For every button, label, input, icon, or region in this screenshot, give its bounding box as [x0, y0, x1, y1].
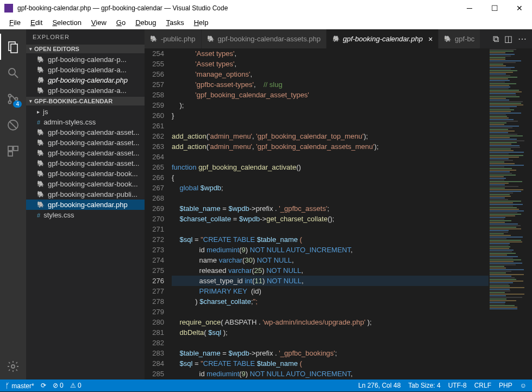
svg-point-4: [9, 95, 11, 97]
code-area[interactable]: 2542552562572582592602612622632642652662…: [145, 48, 532, 379]
tree-item[interactable]: #admin-styles.css: [26, 117, 145, 127]
maximize-button[interactable]: ☐: [482, 0, 507, 16]
svg-rect-10: [14, 146, 18, 151]
titlebar: gpf-booking-calendar.php — gpf-booking-c…: [0, 0, 532, 16]
php-icon: 🐘: [37, 160, 45, 167]
editor-tab[interactable]: 🐘gpf-booking-calendar.php×: [327, 29, 439, 48]
menu-edit[interactable]: Edit: [26, 18, 47, 27]
tree-item[interactable]: 🐘gpf-booking-calendar-asset...: [26, 138, 145, 148]
tree-item[interactable]: #styles.css: [26, 210, 145, 220]
menu-help[interactable]: Help: [189, 18, 214, 27]
status-sync[interactable]: ⟳: [41, 382, 46, 389]
more-icon[interactable]: ⋯: [518, 34, 527, 44]
close-button[interactable]: ✕: [507, 0, 532, 16]
editor-tab[interactable]: 🐘gpf-bc: [439, 29, 480, 48]
tree-item[interactable]: 🐘gpf-booking-calendar-p...: [26, 54, 145, 65]
scm-badge: 4: [13, 101, 22, 108]
menu-tasks[interactable]: Tasks: [161, 18, 189, 27]
activity-search[interactable]: [0, 60, 26, 86]
line-gutter: 2542552562572582592602612622632642652662…: [145, 48, 172, 379]
tree-item[interactable]: 🐘gpf-booking-calendar.php: [26, 75, 145, 85]
minimize-button[interactable]: ─: [457, 0, 482, 16]
php-icon: 🐘: [37, 150, 45, 157]
tree-item[interactable]: 🐘gpf-booking-calendar-asset...: [26, 127, 145, 138]
tree-item-label: gpf-booking-calendar-p...: [48, 55, 127, 64]
tab-label: gpf-booking-calendar.php: [343, 35, 423, 43]
tree-item-label: gpf-booking-calendar-a...: [48, 86, 127, 95]
activity-explorer[interactable]: [0, 34, 26, 60]
editor-tabs: 🐘-public.php🐘gpf-booking-calendar-assets…: [145, 29, 532, 48]
tree-item[interactable]: 🐘gpf-booking-calendar-asset...: [26, 148, 145, 158]
php-icon: 🐘: [37, 139, 45, 146]
menu-go[interactable]: Go: [111, 18, 130, 27]
activity-scm[interactable]: 4: [0, 86, 26, 112]
php-icon: 🐘: [37, 201, 45, 208]
window-title: gpf-booking-calendar.php — gpf-booking-c…: [17, 4, 457, 12]
menu-view[interactable]: View: [86, 18, 111, 27]
svg-line-8: [10, 122, 16, 128]
php-icon: 🐘: [37, 77, 45, 84]
menu-file[interactable]: File: [4, 18, 26, 27]
tree-item[interactable]: 🐘gpf-booking-calendar-a...: [26, 65, 145, 75]
tree-item[interactable]: ▸js: [26, 107, 145, 117]
php-icon: 🐘: [37, 87, 45, 94]
section-header[interactable]: OPEN EDITORS: [26, 45, 145, 53]
php-icon: 🐘: [37, 191, 45, 198]
svg-point-12: [11, 365, 15, 368]
tree-item-label: gpf-booking-calendar-book...: [48, 170, 138, 178]
css-icon: #: [37, 212, 40, 219]
editor-group: 🐘-public.php🐘gpf-booking-calendar-assets…: [145, 29, 532, 379]
tree-item-label: admin-styles.css: [43, 118, 96, 126]
status-cursor[interactable]: Ln 276, Col 48: [358, 382, 400, 389]
php-icon: 🐘: [37, 66, 45, 73]
php-icon: 🐘: [37, 170, 45, 177]
tree-item[interactable]: 🐘gpf-booking-calendar-asset...: [26, 158, 145, 169]
status-warnings[interactable]: ⚠ 0: [70, 382, 82, 389]
tab-close-icon[interactable]: ×: [428, 35, 433, 43]
php-icon: 🐘: [37, 129, 45, 136]
php-icon: 🐘: [444, 35, 452, 42]
tree-item-label: gpf-booking-calendar-asset...: [48, 139, 139, 147]
status-spaces[interactable]: Tab Size: 4: [408, 382, 440, 389]
sidebar: EXPLORER OPEN EDITORS🐘gpf-booking-calend…: [26, 29, 145, 379]
tab-label: gpf-bc: [455, 35, 474, 43]
css-icon: #: [37, 119, 40, 126]
php-icon: 🐘: [207, 35, 215, 42]
minimap[interactable]: [489, 48, 532, 379]
activitybar: 4: [0, 29, 26, 379]
php-icon: 🐘: [150, 35, 158, 42]
svg-rect-9: [8, 146, 12, 151]
tree-item[interactable]: 🐘gpf-booking-calendar-publi...: [26, 189, 145, 200]
php-icon: 🐘: [37, 181, 45, 188]
status-lang[interactable]: PHP: [499, 382, 512, 389]
php-icon: 🐘: [332, 35, 340, 42]
activity-settings[interactable]: [0, 353, 26, 379]
editor-tab[interactable]: 🐘gpf-booking-calendar-assets.php: [202, 29, 327, 48]
tree-item[interactable]: 🐘gpf-booking-calendar-book...: [26, 179, 145, 189]
svg-point-6: [15, 98, 18, 101]
tree-item-label: styles.css: [43, 211, 74, 219]
editor-tab[interactable]: 🐘-public.php: [145, 29, 202, 48]
compare-icon[interactable]: ⧉: [493, 34, 499, 44]
section-header[interactable]: GPF-BOOKING-CALENDAR: [26, 97, 145, 105]
svg-line-3: [15, 74, 18, 78]
tree-item[interactable]: 🐘gpf-booking-calendar.php: [26, 200, 145, 210]
status-branch[interactable]: ᚶ master*: [5, 382, 34, 390]
tab-label: -public.php: [161, 35, 196, 43]
status-errors[interactable]: ⊘ 0: [53, 382, 64, 389]
tree-item-label: gpf-booking-calendar.php: [48, 201, 128, 209]
tree-item[interactable]: 🐘gpf-booking-calendar-a...: [26, 85, 145, 96]
split-icon[interactable]: ◫: [504, 34, 512, 44]
menu-selection[interactable]: Selection: [47, 18, 86, 27]
activity-debug[interactable]: [0, 112, 26, 138]
sidebar-title: EXPLORER: [26, 29, 145, 45]
menu-debug[interactable]: Debug: [130, 18, 161, 27]
activity-extensions[interactable]: [0, 138, 26, 164]
status-feedback[interactable]: ☺: [520, 382, 527, 389]
code-content[interactable]: 'Asset types', 'Asset types', 'manage_op…: [172, 48, 489, 379]
status-encoding[interactable]: UTF-8: [448, 382, 467, 389]
tree-item-label: gpf-booking-calendar-publi...: [48, 190, 137, 198]
status-eol[interactable]: CRLF: [474, 382, 491, 389]
tab-label: gpf-booking-calendar-assets.php: [218, 35, 321, 43]
tree-item[interactable]: 🐘gpf-booking-calendar-book...: [26, 169, 145, 179]
